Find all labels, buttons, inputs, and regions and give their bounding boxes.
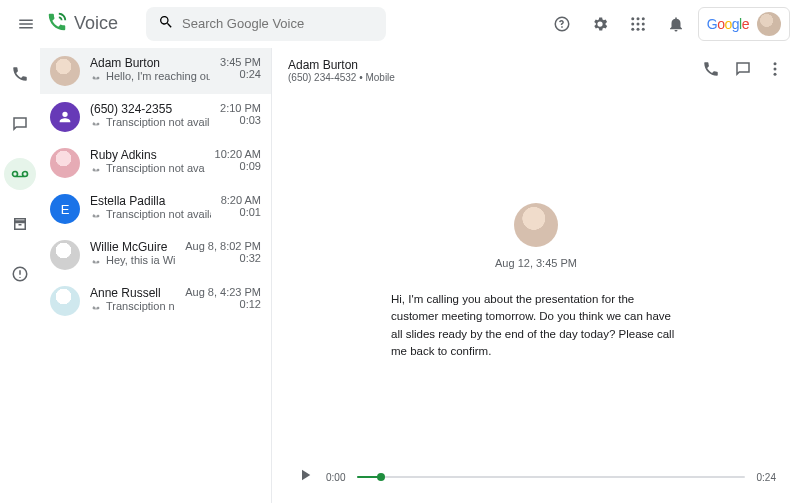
detail-pane: Adam Burton (650) 234-4532 • Mobile Aug … xyxy=(272,48,800,503)
voicemail-glyph-icon xyxy=(90,72,102,80)
voicemail-row[interactable]: Anne RussellTransciption not availableAu… xyxy=(40,278,271,324)
svg-point-11 xyxy=(774,67,777,70)
transcript-text: Hi, I'm calling you about the presentati… xyxy=(391,291,681,360)
row-avatar xyxy=(50,56,80,86)
svg-point-8 xyxy=(642,27,645,30)
app-name: Voice xyxy=(74,13,118,34)
detail-contact-subtitle: (650) 234-4532 • Mobile xyxy=(288,72,395,83)
voicemail-row[interactable]: Willie McGuireHey, this ia Willie callin… xyxy=(40,232,271,278)
voicemail-glyph-icon xyxy=(90,302,102,310)
row-contact-name: Anne Russell xyxy=(90,286,175,300)
svg-point-12 xyxy=(774,72,777,75)
play-button[interactable] xyxy=(296,466,314,488)
player-total-time: 0:24 xyxy=(757,472,776,483)
svg-point-3 xyxy=(631,22,634,25)
voicemail-glyph-icon xyxy=(90,210,102,218)
svg-point-5 xyxy=(642,22,645,25)
row-preview: Transciption not available xyxy=(90,300,175,312)
row-preview: Transciption not available xyxy=(90,162,205,174)
row-contact-name: Estella Padilla xyxy=(90,194,211,208)
row-duration: 0:24 xyxy=(220,68,261,80)
google-account-chip[interactable]: Google xyxy=(698,7,790,41)
app-logo-title[interactable]: Voice xyxy=(46,11,118,37)
voice-logo-icon xyxy=(46,11,68,37)
voicemail-glyph-icon xyxy=(90,256,102,264)
row-time: 2:10 PM xyxy=(220,102,261,114)
row-time: Aug 8, 8:02 PM xyxy=(185,240,261,252)
player-current-time: 0:00 xyxy=(326,472,345,483)
player-scrubber[interactable] xyxy=(377,473,385,481)
row-time: 10:20 AM xyxy=(215,148,261,160)
row-preview: Hey, this ia Willie calling … xyxy=(90,254,175,266)
nav-messages-icon[interactable] xyxy=(4,108,36,140)
player-track[interactable] xyxy=(357,465,744,489)
row-duration: 0:32 xyxy=(185,252,261,264)
nav-spam-icon[interactable] xyxy=(4,258,36,290)
voicemail-row[interactable]: Adam BurtonHello, I'm reaching out to…3:… xyxy=(40,48,271,94)
voicemail-row[interactable]: (650) 324-2355Transciption not available… xyxy=(40,94,271,140)
search-icon xyxy=(158,14,174,34)
voicemail-glyph-icon xyxy=(90,164,102,172)
row-contact-name: (650) 324-2355 xyxy=(90,102,210,116)
row-duration: 0:09 xyxy=(215,160,261,172)
settings-gear-icon[interactable] xyxy=(584,8,616,40)
row-avatar xyxy=(50,240,80,270)
google-apps-icon[interactable] xyxy=(622,8,654,40)
nav-archive-icon[interactable] xyxy=(4,208,36,240)
detail-header: Adam Burton (650) 234-4532 • Mobile xyxy=(272,48,800,93)
google-wordmark: Google xyxy=(707,16,749,32)
row-duration: 0:12 xyxy=(185,298,261,310)
detail-timestamp: Aug 12, 3:45 PM xyxy=(495,257,577,269)
voicemail-list: Adam BurtonHello, I'm reaching out to…3:… xyxy=(40,48,272,503)
row-preview: Transciption not available xyxy=(90,208,211,220)
nav-voicemail-icon[interactable] xyxy=(4,158,36,190)
svg-point-6 xyxy=(631,27,634,30)
nav-calls-icon[interactable] xyxy=(4,58,36,90)
main-menu-button[interactable] xyxy=(10,8,42,40)
row-avatar: E xyxy=(50,194,80,224)
search-input[interactable] xyxy=(182,16,374,31)
row-time: Aug 8, 4:23 PM xyxy=(185,286,261,298)
svg-point-10 xyxy=(774,62,777,65)
notifications-bell-icon[interactable] xyxy=(660,8,692,40)
voicemail-row[interactable]: Ruby AdkinsTransciption not available10:… xyxy=(40,140,271,186)
row-duration: 0:01 xyxy=(221,206,261,218)
row-avatar xyxy=(50,286,80,316)
row-avatar xyxy=(50,148,80,178)
audio-player: 0:00 0:24 xyxy=(272,465,800,503)
row-duration: 0:03 xyxy=(220,114,261,126)
svg-point-2 xyxy=(642,17,645,20)
send-message-icon[interactable] xyxy=(734,60,752,82)
search-box[interactable] xyxy=(146,7,386,41)
left-nav xyxy=(0,48,40,503)
row-contact-name: Willie McGuire xyxy=(90,240,175,254)
voicemail-row[interactable]: EEstella PadillaTransciption not availab… xyxy=(40,186,271,232)
svg-point-1 xyxy=(636,17,639,20)
row-time: 8:20 AM xyxy=(221,194,261,206)
row-time: 3:45 PM xyxy=(220,56,261,68)
top-bar: Voice Google xyxy=(0,0,800,48)
svg-point-4 xyxy=(636,22,639,25)
row-contact-name: Adam Burton xyxy=(90,56,210,70)
row-avatar xyxy=(50,102,80,132)
help-icon[interactable] xyxy=(546,8,578,40)
row-preview: Transciption not available xyxy=(90,116,210,128)
svg-point-0 xyxy=(631,17,634,20)
detail-contact-name: Adam Burton xyxy=(288,58,395,72)
call-back-icon[interactable] xyxy=(702,60,720,82)
voicemail-glyph-icon xyxy=(90,118,102,126)
more-options-icon[interactable] xyxy=(766,60,784,82)
row-contact-name: Ruby Adkins xyxy=(90,148,205,162)
profile-avatar[interactable] xyxy=(757,12,781,36)
row-preview: Hello, I'm reaching out to… xyxy=(90,70,210,82)
detail-avatar xyxy=(514,203,558,247)
svg-point-7 xyxy=(636,27,639,30)
